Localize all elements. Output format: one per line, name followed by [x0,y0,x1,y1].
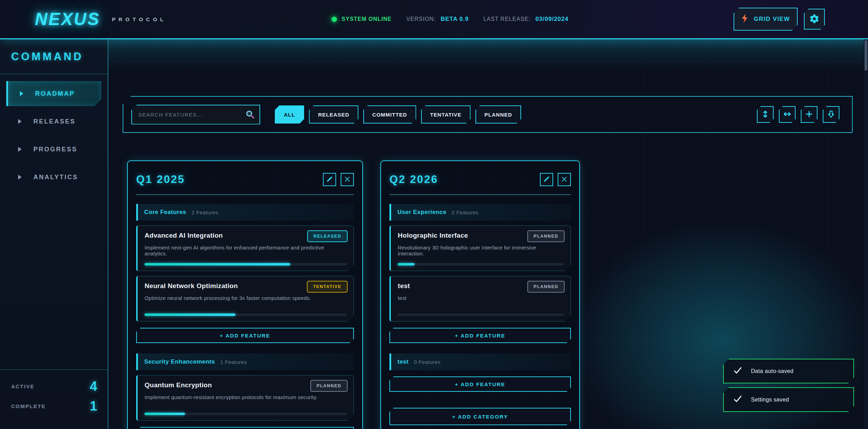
category-count: 2 Features [192,209,218,215]
feature-card-advanced-ai[interactable]: Advanced AI Integration RELEASED Impleme… [136,225,354,271]
column-title: Q2 2026 [389,173,438,186]
feature-description: Optimize neural network processing for 3… [145,295,347,301]
header-status-group: SYSTEM ONLINE VERSION: BETA 0.9 LAST REL… [332,16,568,23]
toast-message: Settings saved [751,397,789,403]
column-divider [136,194,354,195]
sidebar-item-label: ANALYTICS [33,174,78,181]
add-button[interactable] [801,106,817,123]
add-feature-button[interactable]: + ADD FEATURE [389,328,571,343]
progress-bar [145,263,347,265]
add-category-button[interactable]: + ADD CATEGORY [389,408,571,425]
last-release-label: LAST RELEASE: [483,16,530,22]
feature-description: Revolutionary 3D holographic user interf… [398,245,564,256]
sidebar-stats: ACTIVE 4 COMPLETE 1 [0,370,108,429]
lightning-icon [741,14,748,25]
filter-all[interactable]: ALL [275,105,304,124]
triangle-icon [18,175,22,180]
toast-message: Data auto-saved [751,368,793,374]
status-badge: PLANNED [310,380,348,392]
close-icon [561,176,568,184]
category-header-test: test 0 Features [389,353,571,370]
add-feature-button[interactable]: + ADD FEATURE [136,328,354,343]
category-header-security: Security Enhancements 1 Features [136,353,354,370]
feature-card-neural-network[interactable]: Neural Network Optimization TENTATIVE Op… [136,276,354,321]
sidebar-item-label: ROADMAP [35,90,75,97]
sort-horizontal-button[interactable] [779,106,796,123]
grid-view-button[interactable]: GRID VIEW [734,8,798,31]
feature-card-test[interactable]: test PLANNED test [389,276,571,321]
category-count: 1 Features [220,359,247,365]
column-header: Q1 2025 [136,169,354,190]
download-arrow-icon [827,110,836,120]
logo-group: NEXUS PROTOCOL [35,9,166,29]
close-column-button[interactable] [558,173,571,186]
progress-bar [398,263,564,265]
app-logo: NEXUS [35,9,100,29]
sidebar-nav: ROADMAP RELEASES PROGRESS ANALYTICS [0,81,108,190]
header-actions: GRID VIEW [734,8,825,31]
filter-chip-group: ALL RELEASED COMMITTED TENTATIVE PLANNED [275,105,521,124]
progress-bar [398,313,564,316]
sidebar-title: COMMAND [11,50,83,63]
add-feature-button[interactable]: + ADD FEATURE [136,427,354,429]
close-column-button[interactable] [341,173,354,186]
feature-card-quantum-encryption[interactable]: Quantum Encryption PLANNED Implement qua… [136,375,354,421]
filter-tentative[interactable]: TENTATIVE [421,105,471,124]
stat-label: ACTIVE [11,383,34,389]
column-divider [389,194,571,195]
stat-row-active: ACTIVE 4 [11,379,97,394]
status-badge: RELEASED [307,230,348,242]
roadmap-column-q2-2026: Q2 2026 [380,160,580,429]
check-icon [733,394,743,405]
filter-planned[interactable]: PLANNED [475,105,521,124]
app-logo-subtitle: PROTOCOL [112,16,166,22]
sidebar-item-roadmap[interactable]: ROADMAP [6,81,101,106]
feature-description: Implement next-gen AI algorithms for enh… [145,245,347,256]
stat-row-complete: COMPLETE 1 [11,399,97,414]
category-name: User Experience [397,209,447,216]
sidebar: COMMAND ROADMAP RELEASES PROGRESS ANALYT… [0,39,108,429]
search-box [131,105,260,125]
progress-fill [145,413,185,415]
sort-vertical-button[interactable] [757,106,774,123]
column-actions [540,173,571,186]
category-header-user-experience: User Experience 2 Features [389,204,571,221]
feature-description: test [398,295,564,301]
triangle-icon [18,119,22,124]
system-online-dot [332,17,337,22]
status-badge: PLANNED [527,281,565,293]
sidebar-item-label: PROGRESS [33,146,77,153]
sidebar-item-label: RELEASES [33,118,76,125]
page-scrollbar[interactable] [864,39,868,429]
search-icon [245,109,255,121]
sidebar-item-releases[interactable]: RELEASES [0,109,101,134]
search-input[interactable] [131,105,260,125]
filter-released[interactable]: RELEASED [309,105,358,124]
toast-data-auto-saved: Data auto-saved [723,359,854,383]
column-header: Q2 2026 [389,169,571,190]
arrows-vertical-icon [761,110,770,120]
stat-value: 4 [90,379,97,394]
filter-committed[interactable]: COMMITTED [363,105,416,124]
feature-description: Implement quantum-resistant encryption p… [145,394,347,400]
export-button[interactable] [823,106,839,123]
roadmap-column-q1-2025: Q1 2025 [127,160,363,429]
edit-column-button[interactable] [323,173,336,186]
sidebar-item-progress[interactable]: PROGRESS [0,137,101,162]
feature-card-holographic-interface[interactable]: Holographic Interface PLANNED Revolution… [389,225,571,271]
triangle-icon [20,91,23,96]
sidebar-title-block: COMMAND [0,39,108,74]
progress-bar [145,313,347,316]
pencil-icon [543,176,550,184]
sidebar-item-analytics[interactable]: ANALYTICS [0,165,101,190]
category-name: Security Enhancements [144,358,215,365]
status-badge: TENTATIVE [307,281,348,293]
filter-toolbar: ALL RELEASED COMMITTED TENTATIVE PLANNED [123,96,853,133]
close-icon [344,176,351,184]
edit-column-button[interactable] [540,173,553,186]
category-count: 2 Features [452,209,479,215]
scrollbar-thumb[interactable] [865,40,867,71]
add-feature-button[interactable]: + ADD FEATURE [389,376,571,392]
settings-button[interactable] [804,9,825,30]
last-release-value: 03/09/2024 [535,16,568,23]
